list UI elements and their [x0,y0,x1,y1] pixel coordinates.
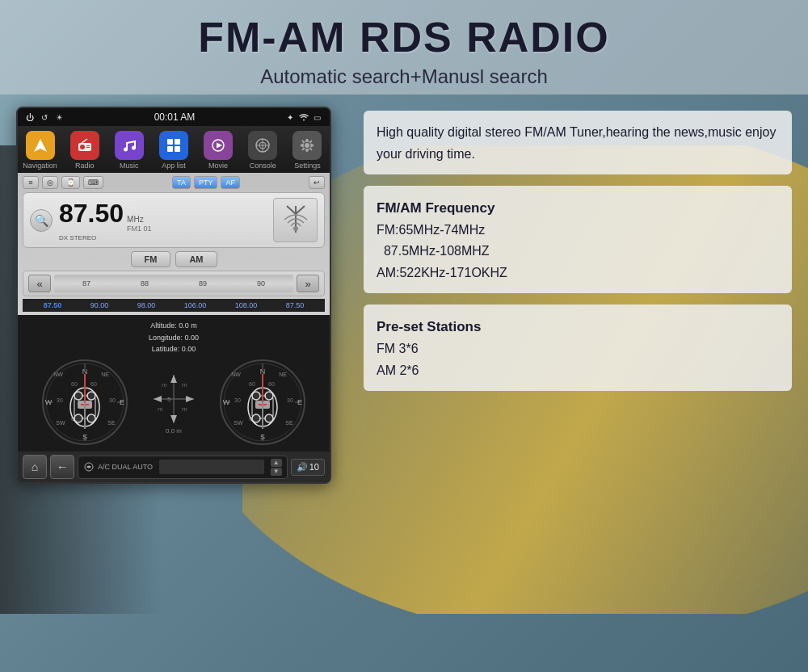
svg-text:m: m [182,381,187,388]
fm-button[interactable]: FM [131,251,171,267]
center-speed: 0.0 m [166,427,182,435]
nav-label-console: Console [250,162,276,170]
preset-am: AM 2*6 [377,360,779,381]
ta-button[interactable]: TA [172,176,191,189]
volume-icon: 🔊 [297,462,308,472]
main-title: FM-AM RDS RADIO [0,15,808,61]
svg-text:m: m [182,405,187,413]
center-compass: m m m m 5 0.0 m [149,371,198,435]
svg-marker-57 [170,375,177,383]
description-text: High quality digital stereo FM/AM Tuner,… [377,122,779,165]
svg-rect-9 [167,139,173,145]
clock-button[interactable]: ⌚ [61,176,80,189]
svg-rect-11 [167,146,173,152]
preset-3[interactable]: 98.00 [137,301,156,309]
svg-text:SE: SE [108,420,116,426]
svg-text:E: E [120,398,124,406]
scale-88: 88 [141,279,149,288]
eq-button[interactable]: ≡ [23,176,39,189]
nav-icon-movie [204,131,233,160]
am-button[interactable]: AM [175,251,217,267]
af-button[interactable]: AF [221,176,240,189]
nav-item-navigation[interactable]: Navigation [21,131,60,170]
freq-line-1: FM:65MHz-74MHz [377,220,779,241]
altitude-display: Altitude: 0.0 m [150,321,197,330]
nav-label-music: Music [120,162,139,170]
skip-back-button[interactable]: « [28,275,51,292]
longitude-display: Longitude: 0.00 [149,334,199,342]
svg-rect-3 [80,145,85,149]
search-icon[interactable]: 🔍 [30,209,53,232]
skip-forward-button[interactable]: » [297,275,319,292]
antenna-icon [273,198,318,242]
nav-item-radio[interactable]: Radio [65,131,104,170]
svg-text:NW: NW [53,372,63,377]
svg-text:30: 30 [109,397,116,403]
svg-text:30: 30 [287,397,293,403]
svg-marker-60 [186,396,194,402]
device-container: ⏻ ↺ ☀ 00:01 AM ✦ ▭ [0,94,339,484]
main-container: FM-AM RDS RADIO Automatic search+Manusl … [0,0,808,672]
bottom-controls: ⌂ ← A/C DUAL AUTO ▲ ▼ [18,452,330,482]
preset-2[interactable]: 90.00 [90,301,109,309]
svg-point-90 [265,414,273,422]
info-panel: High quality digital stereo FM/AM Tuner,… [339,94,808,418]
nav-label-movie: Movie [208,162,228,170]
preset-6[interactable]: 87.50 [286,301,305,309]
scale-89: 89 [199,279,207,288]
frequency-unit: MHz FM1 01 [127,215,152,233]
svg-text:30: 30 [57,397,63,403]
device-screen: ⏻ ↺ ☀ 00:01 AM ✦ ▭ [16,107,331,484]
signal-icon: ✦ [284,111,296,123]
keyboard-button[interactable]: ⌨ [83,176,103,189]
nav-item-console[interactable]: Console [243,131,282,170]
svg-point-23 [293,226,298,231]
radio-section: ≡ ◎ ⌚ ⌨ TA PTY AF ↩ 🔍 [18,173,330,315]
preset-1[interactable]: 87.50 [44,301,62,309]
svg-marker-1 [34,139,47,152]
description-box: High quality digital stereo FM/AM Tuner,… [364,111,792,174]
svg-text:60: 60 [249,381,255,387]
instruments-row: N S W E NE SE SW NW 60 60 [23,358,325,447]
scale-90: 90 [257,279,265,288]
nav-item-applist[interactable]: App list [154,131,193,170]
svg-text:60: 60 [268,381,275,387]
nav-label-navigation: Navigation [23,162,57,170]
left-gauge: N S W E NE SE SW NW 60 60 [40,358,129,447]
svg-point-0 [303,120,305,121]
svg-text:W: W [222,398,229,406]
return-button[interactable]: ↩ [309,176,325,189]
ac-up-button[interactable]: ▲ [271,459,282,467]
back-button[interactable]: ← [50,455,74,479]
home-button[interactable]: ⌂ [23,455,47,479]
svg-text:m: m [162,381,167,388]
gps-info: Altitude: 0.0 m Longitude: 0.00 Latitude… [23,320,325,355]
circle-button[interactable]: ◎ [42,176,58,189]
power-icon: ⏻ [24,111,36,123]
svg-point-48 [87,414,95,422]
nav-label-applist: App list [162,162,186,170]
ac-panel: A/C DUAL AUTO ▲ ▼ [78,456,288,479]
ac-text: A/C DUAL AUTO [98,463,153,471]
svg-text:SW: SW [234,420,243,426]
volume-display: 🔊 10 [291,459,325,476]
svg-text:E: E [297,398,302,406]
preset-5[interactable]: 108.00 [235,301,258,309]
ac-down-button[interactable]: ▼ [271,468,282,476]
right-gauge: N S W E NE SE SW NW 60 60 30 [218,358,307,447]
nav-label-settings: Settings [294,162,321,170]
preset-4[interactable]: 106.00 [184,301,207,309]
scale-87: 87 [82,279,90,288]
svg-line-22 [296,206,305,214]
svg-line-21 [287,206,296,214]
nav-icon-settings [292,131,322,160]
pty-button[interactable]: PTY [194,176,218,189]
svg-text:5: 5 [167,396,171,403]
preset-title: Pre-set Stations [377,316,779,338]
nav-bar: Navigation Radio Music [18,126,330,173]
svg-rect-12 [175,146,180,152]
nav-item-movie[interactable]: Movie [199,131,238,170]
nav-icon-radio [70,131,99,160]
nav-item-music[interactable]: Music [110,131,149,170]
nav-item-settings[interactable]: Settings [288,131,326,170]
